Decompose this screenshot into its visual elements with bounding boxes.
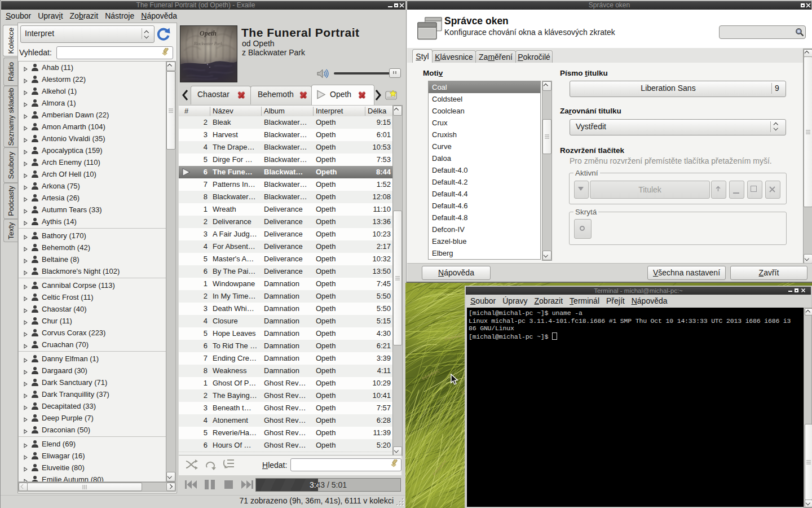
svg-text:Blackwater Park: Blackwater Park	[194, 41, 223, 46]
svg-text:Opeth: Opeth	[200, 29, 217, 37]
